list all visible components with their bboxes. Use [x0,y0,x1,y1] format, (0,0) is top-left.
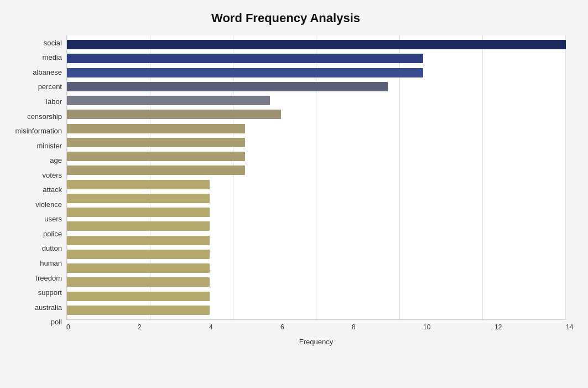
y-axis-label: support [38,289,62,296]
bar [67,263,210,273]
bar [67,306,210,315]
y-axis-label: media [43,54,62,61]
bar-row [67,66,566,80]
bar-row [67,247,566,261]
bar [67,124,245,133]
y-axis-label: voters [43,172,62,179]
bar-row [67,219,566,233]
bar [67,194,210,203]
bars-wrapper [67,35,566,319]
y-axis-label: social [44,39,62,46]
y-axis-label: human [40,260,62,267]
y-axis-label: minister [37,142,62,149]
y-axis-label: misinformation [15,127,62,134]
bar [67,54,423,63]
bar [67,277,210,287]
bar-row [67,94,566,107]
bar-row [67,80,566,94]
y-axis-label: australia [35,304,62,311]
x-axis-label: Frequency [66,338,566,346]
bar [67,221,210,231]
y-axis-label: attack [43,186,62,193]
bar [67,110,281,119]
bar [67,180,210,189]
bar [67,96,270,105]
bar [67,152,245,161]
y-axis-label: dutton [42,245,62,252]
bar [67,236,210,245]
y-axis-label: freedom [35,275,62,282]
bar [67,138,245,147]
bar [67,40,566,49]
bar [67,292,210,301]
y-axis-label: albanese [33,69,62,76]
y-axis-label: violence [35,201,62,208]
bars-and-xaxis: 02468101214 Frequency [66,35,566,346]
bar-row [67,163,566,177]
y-axis-label: percent [38,83,62,90]
bars-area [66,35,566,320]
bar [67,82,388,91]
chart-title: Word Frequency Analysis [6,11,566,25]
bar-row [67,234,566,247]
bar-row [67,289,566,303]
bar [67,208,210,217]
y-axis-label: age [50,157,62,164]
bar-row [67,178,566,192]
chart-container: Word Frequency Analysis socialmediaalban… [0,0,588,388]
bar-row [67,122,566,136]
bar [67,250,210,259]
bar-row [67,38,566,51]
bar [67,165,245,175]
y-axis-label: police [43,230,62,237]
bar-row [67,192,566,205]
bar-row [67,149,566,163]
y-axis-label: users [44,215,62,223]
y-axis-label: labor [46,98,62,105]
bar-row [67,107,566,121]
y-axis-label: censorship [27,113,62,120]
bar-row [67,303,566,317]
bar-row [67,205,566,219]
bar-row [67,136,566,149]
bar [67,68,423,77]
bar-row [67,51,566,65]
bar-row [67,261,566,275]
y-axis: socialmediaalbanesepercentlaborcensorshi… [6,35,66,346]
x-axis: 02468101214 [66,320,566,337]
bar-row [67,275,566,289]
chart-area: socialmediaalbanesepercentlaborcensorshi… [6,35,566,346]
y-axis-label: poll [51,318,62,325]
